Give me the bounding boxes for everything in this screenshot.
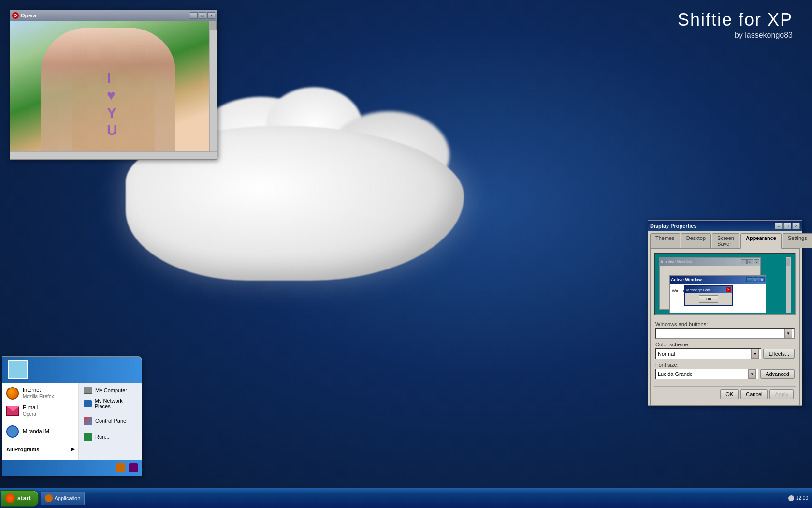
active-close-btn: ✕ xyxy=(759,277,765,282)
opera-logo-icon: O xyxy=(12,12,19,19)
menu-item-email-sub: Opera xyxy=(23,411,38,417)
watermark-title: Shiftie for XP xyxy=(678,10,793,30)
tab-screensaver[interactable]: Screen Saver xyxy=(712,233,740,248)
active-window-container: Active Window _ □ ✕ Window Text xyxy=(660,266,760,309)
dp-controls: Windows and buttons: ▼ Color scheme: Nor… xyxy=(654,319,796,384)
msg-close-btn[interactable]: ✕ xyxy=(726,287,731,292)
opera-bottom-scrollbar[interactable] xyxy=(10,151,217,159)
opera-titlebar-buttons: – □ ✕ xyxy=(190,12,215,19)
tray-icon-1 xyxy=(788,495,794,501)
msg-title-text: Message Box xyxy=(686,288,710,292)
windows-buttons-dropdown[interactable]: ▼ xyxy=(655,328,795,339)
advanced-button[interactable]: Advanced xyxy=(760,369,795,379)
all-programs-item[interactable]: All Programs ▶ xyxy=(2,444,78,455)
opera-title-text: Opera xyxy=(21,13,36,18)
start-button[interactable]: start xyxy=(1,490,39,507)
color-scheme-row: Normal ▼ Effects... xyxy=(655,348,795,359)
active-min-btn: _ xyxy=(746,277,752,282)
menu-item-miranda-text: Miranda IM xyxy=(23,428,49,434)
dp-tabs: Themes Desktop Screen Saver Appearance S… xyxy=(648,231,802,248)
inactive-max-btn: □ xyxy=(747,259,753,264)
taskbar-app-icon xyxy=(45,494,53,502)
menu-right-controlpanel[interactable]: Control Panel xyxy=(79,415,142,427)
dp-maximize-button[interactable]: □ xyxy=(783,223,791,229)
taskbar-app-label: Application xyxy=(55,495,81,501)
active-window-preview: Active Window _ □ ✕ Window Text xyxy=(669,275,766,313)
color-scheme-dropdown[interactable]: Normal ▼ xyxy=(655,348,761,359)
font-size-label: Font size: xyxy=(655,362,795,368)
tab-themes[interactable]: Themes xyxy=(650,233,680,248)
menu-item-firefox-sub: Mozilla Firefox xyxy=(23,394,54,400)
windows-buttons-row: ▼ xyxy=(655,328,795,339)
inactive-title-text: Inactive Window xyxy=(661,259,693,264)
shutdown-icon xyxy=(129,463,138,472)
windows-buttons-label: Windows and buttons: xyxy=(655,321,795,327)
preview-scrollbar[interactable] xyxy=(786,257,791,313)
opera-title-left: O Opera xyxy=(12,12,36,19)
run-icon xyxy=(84,433,92,441)
menu-item-email[interactable]: E-mail Opera xyxy=(2,402,78,419)
font-size-dropdown[interactable]: Lucida Grande ▼ xyxy=(655,369,758,379)
start-menu-header xyxy=(2,357,142,383)
dp-close-button[interactable]: ✕ xyxy=(792,223,800,229)
logoff-icon xyxy=(116,463,125,472)
start-menu-body: Internet Mozilla Firefox E-mail Opera xyxy=(2,383,142,460)
msg-ok-button[interactable]: OK xyxy=(699,295,718,303)
opera-scrollbar-thumb xyxy=(210,21,217,30)
opera-window: O Opera – □ ✕ I♥YU xyxy=(10,10,218,160)
dp-minimize-button[interactable]: – xyxy=(775,223,783,229)
dp-titlebar-buttons: – □ ✕ xyxy=(775,223,800,229)
color-scheme-arrow: ▼ xyxy=(751,349,759,359)
dp-cancel-button[interactable]: Cancel xyxy=(740,389,768,399)
menu-right-run-label: Run... xyxy=(95,434,109,440)
active-max-btn: □ xyxy=(753,277,758,282)
effects-button[interactable]: Effects... xyxy=(763,349,795,359)
menu-item-email-text: E-mail Opera xyxy=(23,404,38,417)
watermark: Shiftie for XP by lassekongo83 xyxy=(678,10,793,40)
tab-desktop[interactable]: Desktop xyxy=(681,233,711,248)
miranda-icon xyxy=(6,425,19,438)
inactive-close-btn: ✕ xyxy=(754,259,759,264)
dp-bottom-buttons: OK Cancel Apply xyxy=(654,386,796,401)
start-menu-right: My Computer My Network Places Control Pa… xyxy=(79,383,142,460)
menu-right-network[interactable]: My Network Places xyxy=(79,396,142,411)
all-programs-arrow: ▶ xyxy=(71,446,74,452)
taskbar-app-item[interactable]: Application xyxy=(41,492,85,505)
tab-settings[interactable]: Settings xyxy=(783,233,812,248)
opera-close-button[interactable]: ✕ xyxy=(207,12,215,19)
controlpanel-icon xyxy=(84,417,92,425)
start-menu-avatar xyxy=(8,360,28,379)
menu-right-run[interactable]: Run... xyxy=(79,431,142,443)
menu-right-mycomputer[interactable]: My Computer xyxy=(79,385,142,396)
menu-divider-1 xyxy=(2,421,78,421)
tray-clock: 12:00 xyxy=(796,495,808,501)
dp-ok-button[interactable]: OK xyxy=(720,389,739,399)
inactive-titlebar-preview: Inactive Window _ □ ✕ xyxy=(660,258,760,266)
windows-buttons-arrow: ▼ xyxy=(784,329,792,338)
menu-item-miranda[interactable]: Miranda IM xyxy=(2,423,78,440)
active-buttons: _ □ ✕ xyxy=(746,277,765,282)
opera-image-area: I♥YU xyxy=(10,21,217,151)
msg-body: OK xyxy=(685,293,732,305)
opera-minimize-button[interactable]: – xyxy=(190,12,198,19)
active-titlebar-preview: Active Window _ □ ✕ xyxy=(670,276,766,284)
start-menu: Internet Mozilla Firefox E-mail Opera xyxy=(2,356,142,476)
menu-divider-right-2 xyxy=(79,429,142,429)
msg-titlebar: Message Box ✕ xyxy=(685,286,732,293)
taskbar: start Application 12:00 xyxy=(0,488,812,508)
menu-right-mycomputer-label: My Computer xyxy=(95,388,127,393)
display-properties-dialog: Display Properties – □ ✕ Themes Desktop … xyxy=(648,220,802,406)
menu-divider-right-1 xyxy=(79,413,142,413)
color-scheme-value: Normal xyxy=(658,351,675,357)
opera-maximize-button[interactable]: □ xyxy=(199,12,206,19)
font-size-row: Lucida Grande ▼ Advanced xyxy=(655,369,795,379)
opera-scrollbar[interactable] xyxy=(209,21,217,151)
tab-appearance[interactable]: Appearance xyxy=(740,233,782,249)
dp-titlebar: Display Properties – □ ✕ xyxy=(648,221,802,231)
inactive-window-preview: Inactive Window _ □ ✕ Active Window _ xyxy=(659,257,761,310)
all-programs-label: All Programs xyxy=(6,447,39,452)
dp-apply-button[interactable]: Apply xyxy=(769,389,794,399)
menu-item-firefox[interactable]: Internet Mozilla Firefox xyxy=(2,385,78,402)
taskbar-apps: Application xyxy=(39,492,784,505)
computer-icon xyxy=(84,387,92,394)
